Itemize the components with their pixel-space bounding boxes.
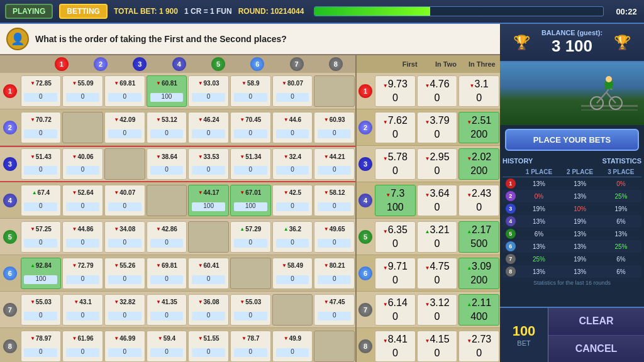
bet-controls: 100 BET CLEAR CANCEL	[500, 307, 644, 362]
stat-c3-2: 25%	[601, 190, 641, 202]
stat-c2-3: 10%	[560, 202, 601, 215]
right-cell-inTwo-2[interactable]: ▼3.790	[417, 112, 458, 143]
right-cell-first-4[interactable]: ▼7.3100	[375, 185, 416, 216]
right-cell-inThree-4[interactable]: ▼2.430	[458, 185, 499, 216]
bet-cell-2-3[interactable]: ▼42.090	[104, 112, 145, 143]
bet-cell-5-7[interactable]: ▲36.20	[272, 221, 313, 253]
timer-bar	[314, 6, 604, 16]
right-cell-inThree-6[interactable]: ▲3.09200	[458, 258, 499, 289]
right-row-4: 4▼7.3100▼3.640▼2.430	[357, 182, 500, 219]
bet-cell-5-6[interactable]: ▲57.290	[230, 221, 271, 253]
right-cell-inThree-2[interactable]: ▼2.51200	[458, 112, 499, 143]
right-row-2: 2▼7.620▼3.790▼2.51200	[357, 109, 500, 146]
right-cell-first-5[interactable]: ▼6.350	[375, 221, 416, 253]
right-cell-first-1[interactable]: ▼9.730	[375, 75, 416, 107]
bet-cell-1-1[interactable]: ▼72.850	[21, 75, 62, 107]
bet-cell-2-8[interactable]: ▼60.930	[314, 112, 355, 143]
bet-cell-8-7[interactable]: ▼49.90	[272, 331, 313, 362]
clear-button[interactable]: CLEAR	[548, 308, 644, 336]
right-cell-inTwo-1[interactable]: ▼4.760	[417, 75, 458, 107]
bet-cell-3-4[interactable]: ▼38.640	[147, 148, 187, 180]
row-label-2: 2	[0, 121, 20, 134]
bet-cell-3-7[interactable]: ▼32.40	[272, 148, 313, 180]
bet-cell-7-6[interactable]: ▼55.030	[230, 294, 271, 326]
bet-cell-7-3[interactable]: ▼32.820	[104, 294, 145, 326]
bet-cell-3-2[interactable]: ▼40.060	[62, 148, 103, 180]
right-cell-first-8[interactable]: ▼8.410	[375, 331, 416, 362]
bet-label: BET	[517, 339, 530, 347]
bet-cell-2-5[interactable]: ▼46.240	[188, 112, 229, 143]
right-cell-first-3[interactable]: ▼5.780	[375, 148, 416, 180]
bet-cell-6-7[interactable]: ▼58.490	[272, 258, 313, 289]
bet-cell-6-3[interactable]: ▼55.260	[104, 258, 145, 289]
bet-cell-4-2[interactable]: ▼52.640	[62, 185, 103, 216]
bet-cell-4-8[interactable]: ▼58.120	[314, 185, 355, 216]
bet-row-2: 2▼70.720▼42.090▼53.120▼46.240▼70.450▼44.…	[0, 109, 355, 146]
bet-cell-8-3[interactable]: ▼46.990	[104, 331, 145, 362]
bet-cell-1-5[interactable]: ▼93.030	[188, 75, 229, 107]
bet-cell-1-3[interactable]: ▼69.810	[104, 75, 145, 107]
bet-cell-7-5[interactable]: ▼36.080	[188, 294, 229, 326]
bet-cell-8-4[interactable]: ▼59.40	[147, 331, 187, 362]
cancel-button[interactable]: CANCEL	[548, 336, 644, 363]
right-cell-inTwo-3[interactable]: ▼2.950	[417, 148, 458, 180]
bet-cell-3-1[interactable]: ▼51.430	[21, 148, 62, 180]
right-cell-inThree-1[interactable]: ▼3.10	[458, 75, 499, 107]
right-cell-inTwo-7[interactable]: ▼3.120	[417, 294, 458, 326]
right-cell-inTwo-8[interactable]: ▼4.150	[417, 331, 458, 362]
bet-cell-4-6[interactable]: ▼67.01100	[230, 185, 271, 216]
bet-cell-5-2[interactable]: ▼44.860	[62, 221, 103, 253]
right-cell-inThree-3[interactable]: ▼2.02200	[458, 148, 499, 180]
bet-cell-6-8[interactable]: ▼80.210	[314, 258, 355, 289]
bet-cell-1-4[interactable]: ▼60.81100	[147, 75, 187, 107]
bet-cell-6-1[interactable]: ▲92.84100	[21, 258, 62, 289]
bet-cell-3-8[interactable]: ▼44.210	[314, 148, 355, 180]
betting-button[interactable]: BETTING	[59, 4, 108, 19]
right-cell-first-6[interactable]: ▼9.710	[375, 258, 416, 289]
bet-cell-4-5[interactable]: ▼44.17100	[188, 185, 229, 216]
right-cell-inTwo-5[interactable]: ▲3.210	[417, 221, 458, 253]
bet-cell-8-6[interactable]: ▼78.70	[230, 331, 271, 362]
bet-cell-6-5[interactable]: ▼60.410	[188, 258, 229, 289]
bet-cell-7-2[interactable]: ▼43.10	[62, 294, 103, 326]
bet-cell-3-5[interactable]: ▼33.530	[188, 148, 229, 180]
stat-c1-8: 13%	[518, 265, 559, 278]
bet-cell-6-4[interactable]: ▼69.810	[147, 258, 187, 289]
right-cell-first-7[interactable]: ▼6.140	[375, 294, 416, 326]
bet-cell-5-3[interactable]: ▼34.080	[104, 221, 145, 253]
bet-cell-6-2[interactable]: ▼72.790	[62, 258, 103, 289]
bet-cell-5-1[interactable]: ▼57.250	[21, 221, 62, 253]
right-cell-inThree-8[interactable]: ▼2.730	[458, 331, 499, 362]
bet-cell-4-1[interactable]: ▲67.40	[21, 185, 62, 216]
bet-cell-7-1[interactable]: ▼55.030	[21, 294, 62, 326]
bet-cell-4-3[interactable]: ▼40.070	[104, 185, 145, 216]
playing-button[interactable]: PLAYING	[5, 4, 53, 19]
bet-cell-8-1[interactable]: ▼78.970	[21, 331, 62, 362]
bet-cell-2-1[interactable]: ▼70.720	[21, 112, 62, 143]
right-cell-inThree-5[interactable]: ▲2.17500	[458, 221, 499, 253]
bet-cell-2-4[interactable]: ▼53.120	[147, 112, 187, 143]
bet-cell-5-4[interactable]: ▼42.860	[147, 221, 187, 253]
bet-cell-8-2[interactable]: ▼61.960	[62, 331, 103, 362]
bet-cell-empty-2-2	[62, 112, 103, 143]
bet-cell-1-6[interactable]: ▼58.90	[230, 75, 271, 107]
bet-cell-5-8[interactable]: ▼49.650	[314, 221, 355, 253]
bet-cell-1-2[interactable]: ▼55.090	[62, 75, 103, 107]
bet-cell-8-5[interactable]: ▼51.550	[188, 331, 229, 362]
place-bets-button[interactable]: PLACE YOUR BETS	[505, 129, 639, 151]
right-cell-inTwo-6[interactable]: ▼4.750	[417, 258, 458, 289]
bet-cell-7-4[interactable]: ▼41.350	[147, 294, 187, 326]
bet-cell-2-6[interactable]: ▼70.450	[230, 112, 271, 143]
right-cell-inThree-7[interactable]: ▲2.11400	[458, 294, 499, 326]
bet-cell-3-6[interactable]: ▼51.340	[230, 148, 271, 180]
balance-title: BALANCE (guest):	[541, 29, 602, 36]
right-cell-inTwo-4[interactable]: ▼3.640	[417, 185, 458, 216]
bet-cell-1-7[interactable]: ▼80.070	[272, 75, 313, 107]
bet-cell-4-7[interactable]: ▼42.50	[272, 185, 313, 216]
stat-c2-4: 19%	[560, 215, 601, 228]
right-cell-first-2[interactable]: ▼7.620	[375, 112, 416, 143]
bet-cell-7-8[interactable]: ▼47.450	[314, 294, 355, 326]
trophy-area: 🏆 BALANCE (guest): 3 100 🏆	[506, 28, 638, 57]
timer-fill	[314, 7, 430, 16]
bet-cell-2-7[interactable]: ▼44.60	[272, 112, 313, 143]
